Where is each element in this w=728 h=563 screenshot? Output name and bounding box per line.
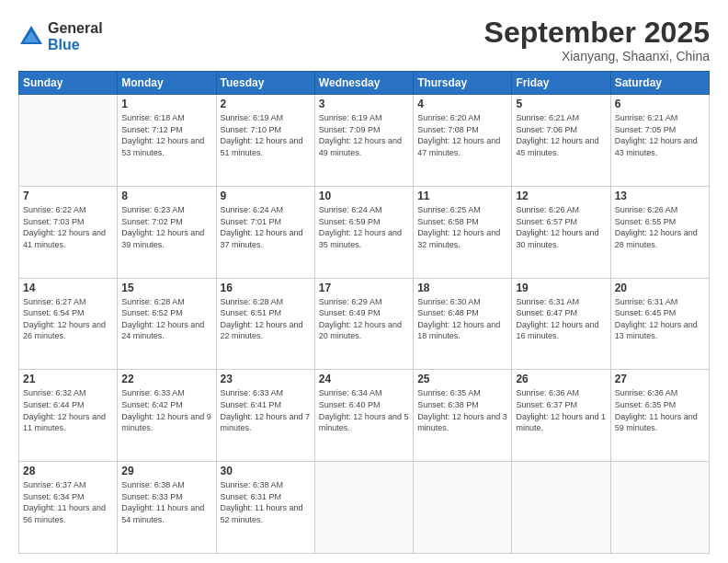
col-sunday: Sunday — [19, 72, 118, 95]
day-info: Sunrise: 6:34 AM Sunset: 6:40 PM Dayligh… — [319, 387, 409, 433]
day-info: Sunrise: 6:29 AM Sunset: 6:49 PM Dayligh… — [319, 296, 409, 342]
table-cell: 11Sunrise: 6:25 AM Sunset: 6:58 PM Dayli… — [414, 186, 512, 278]
table-cell: 18Sunrise: 6:30 AM Sunset: 6:48 PM Dayli… — [414, 278, 512, 370]
table-cell: 12Sunrise: 6:26 AM Sunset: 6:57 PM Dayli… — [512, 186, 610, 278]
day-number: 23 — [221, 373, 311, 385]
logo-blue-text: Blue — [48, 37, 103, 53]
header: General Blue September 2025 Xianyang, Sh… — [18, 17, 710, 63]
calendar-week-row: 14Sunrise: 6:27 AM Sunset: 6:54 PM Dayli… — [19, 278, 710, 370]
col-saturday: Saturday — [610, 72, 709, 95]
table-cell — [512, 462, 610, 554]
day-number: 27 — [615, 373, 705, 385]
logo-icon — [18, 24, 44, 50]
day-number: 1 — [121, 98, 211, 110]
day-number: 29 — [121, 465, 211, 477]
day-info: Sunrise: 6:22 AM Sunset: 7:03 PM Dayligh… — [23, 204, 113, 250]
day-info: Sunrise: 6:25 AM Sunset: 6:58 PM Dayligh… — [417, 204, 507, 250]
day-info: Sunrise: 6:24 AM Sunset: 7:01 PM Dayligh… — [221, 204, 311, 250]
table-cell: 25Sunrise: 6:35 AM Sunset: 6:38 PM Dayli… — [414, 370, 512, 462]
table-cell: 15Sunrise: 6:28 AM Sunset: 6:52 PM Dayli… — [118, 278, 216, 370]
table-cell: 24Sunrise: 6:34 AM Sunset: 6:40 PM Dayli… — [314, 370, 413, 462]
table-cell: 22Sunrise: 6:33 AM Sunset: 6:42 PM Dayli… — [118, 370, 216, 462]
day-info: Sunrise: 6:33 AM Sunset: 6:42 PM Dayligh… — [121, 387, 211, 433]
day-number: 20 — [615, 282, 705, 294]
day-info: Sunrise: 6:19 AM Sunset: 7:09 PM Dayligh… — [319, 112, 409, 158]
day-info: Sunrise: 6:26 AM Sunset: 6:57 PM Dayligh… — [516, 204, 606, 250]
calendar-week-row: 1Sunrise: 6:18 AM Sunset: 7:12 PM Daylig… — [19, 95, 710, 187]
title-section: September 2025 Xianyang, Shaanxi, China — [484, 17, 710, 63]
table-cell: 10Sunrise: 6:24 AM Sunset: 6:59 PM Dayli… — [314, 186, 413, 278]
day-info: Sunrise: 6:21 AM Sunset: 7:05 PM Dayligh… — [615, 112, 705, 158]
table-cell: 4Sunrise: 6:20 AM Sunset: 7:08 PM Daylig… — [414, 95, 512, 187]
day-number: 7 — [23, 190, 113, 202]
day-info: Sunrise: 6:20 AM Sunset: 7:08 PM Dayligh… — [417, 112, 507, 158]
calendar-table: Sunday Monday Tuesday Wednesday Thursday… — [18, 71, 710, 554]
table-cell: 1Sunrise: 6:18 AM Sunset: 7:12 PM Daylig… — [118, 95, 216, 187]
day-info: Sunrise: 6:31 AM Sunset: 6:47 PM Dayligh… — [516, 296, 606, 342]
day-number: 12 — [516, 190, 606, 202]
month-title: September 2025 — [484, 17, 710, 49]
day-number: 2 — [221, 98, 311, 110]
table-cell: 19Sunrise: 6:31 AM Sunset: 6:47 PM Dayli… — [512, 278, 610, 370]
table-cell: 5Sunrise: 6:21 AM Sunset: 7:06 PM Daylig… — [512, 95, 610, 187]
day-number: 18 — [417, 282, 507, 294]
table-cell: 26Sunrise: 6:36 AM Sunset: 6:37 PM Dayli… — [512, 370, 610, 462]
day-info: Sunrise: 6:31 AM Sunset: 6:45 PM Dayligh… — [615, 296, 705, 342]
day-number: 17 — [319, 282, 409, 294]
table-cell: 6Sunrise: 6:21 AM Sunset: 7:05 PM Daylig… — [610, 95, 709, 187]
day-info: Sunrise: 6:27 AM Sunset: 6:54 PM Dayligh… — [23, 296, 113, 342]
table-cell: 2Sunrise: 6:19 AM Sunset: 7:10 PM Daylig… — [216, 95, 314, 187]
table-cell: 20Sunrise: 6:31 AM Sunset: 6:45 PM Dayli… — [610, 278, 709, 370]
day-info: Sunrise: 6:37 AM Sunset: 6:34 PM Dayligh… — [23, 479, 113, 525]
day-info: Sunrise: 6:35 AM Sunset: 6:38 PM Dayligh… — [417, 387, 507, 433]
day-number: 22 — [121, 373, 211, 385]
day-number: 26 — [516, 373, 606, 385]
day-info: Sunrise: 6:32 AM Sunset: 6:44 PM Dayligh… — [23, 387, 113, 433]
table-cell: 3Sunrise: 6:19 AM Sunset: 7:09 PM Daylig… — [314, 95, 413, 187]
table-cell: 9Sunrise: 6:24 AM Sunset: 7:01 PM Daylig… — [216, 186, 314, 278]
col-tuesday: Tuesday — [216, 72, 314, 95]
day-info: Sunrise: 6:23 AM Sunset: 7:02 PM Dayligh… — [121, 204, 211, 250]
day-number: 28 — [23, 465, 113, 477]
day-number: 16 — [221, 282, 311, 294]
page: General Blue September 2025 Xianyang, Sh… — [0, 0, 728, 563]
table-cell: 14Sunrise: 6:27 AM Sunset: 6:54 PM Dayli… — [19, 278, 118, 370]
table-cell: 30Sunrise: 6:38 AM Sunset: 6:31 PM Dayli… — [216, 462, 314, 554]
day-number: 15 — [121, 282, 211, 294]
calendar-week-row: 28Sunrise: 6:37 AM Sunset: 6:34 PM Dayli… — [19, 462, 710, 554]
day-info: Sunrise: 6:28 AM Sunset: 6:51 PM Dayligh… — [221, 296, 311, 342]
col-friday: Friday — [512, 72, 610, 95]
table-cell: 17Sunrise: 6:29 AM Sunset: 6:49 PM Dayli… — [314, 278, 413, 370]
table-cell: 21Sunrise: 6:32 AM Sunset: 6:44 PM Dayli… — [19, 370, 118, 462]
day-info: Sunrise: 6:38 AM Sunset: 6:33 PM Dayligh… — [121, 479, 211, 525]
day-number: 8 — [121, 190, 211, 202]
col-thursday: Thursday — [414, 72, 512, 95]
table-cell: 27Sunrise: 6:36 AM Sunset: 6:35 PM Dayli… — [610, 370, 709, 462]
day-number: 25 — [417, 373, 507, 385]
day-number: 9 — [221, 190, 311, 202]
day-number: 6 — [615, 98, 705, 110]
table-cell: 7Sunrise: 6:22 AM Sunset: 7:03 PM Daylig… — [19, 186, 118, 278]
calendar-header-row: Sunday Monday Tuesday Wednesday Thursday… — [19, 72, 710, 95]
day-info: Sunrise: 6:24 AM Sunset: 6:59 PM Dayligh… — [319, 204, 409, 250]
calendar-week-row: 7Sunrise: 6:22 AM Sunset: 7:03 PM Daylig… — [19, 186, 710, 278]
day-info: Sunrise: 6:36 AM Sunset: 6:37 PM Dayligh… — [516, 387, 606, 433]
table-cell — [610, 462, 709, 554]
day-number: 3 — [319, 98, 409, 110]
calendar-week-row: 21Sunrise: 6:32 AM Sunset: 6:44 PM Dayli… — [19, 370, 710, 462]
col-monday: Monday — [118, 72, 216, 95]
table-cell: 13Sunrise: 6:26 AM Sunset: 6:55 PM Dayli… — [610, 186, 709, 278]
day-info: Sunrise: 6:28 AM Sunset: 6:52 PM Dayligh… — [121, 296, 211, 342]
table-cell: 8Sunrise: 6:23 AM Sunset: 7:02 PM Daylig… — [118, 186, 216, 278]
day-number: 13 — [615, 190, 705, 202]
day-number: 4 — [417, 98, 507, 110]
day-info: Sunrise: 6:21 AM Sunset: 7:06 PM Dayligh… — [516, 112, 606, 158]
table-cell — [19, 95, 118, 187]
table-cell — [314, 462, 413, 554]
day-info: Sunrise: 6:19 AM Sunset: 7:10 PM Dayligh… — [221, 112, 311, 158]
day-info: Sunrise: 6:18 AM Sunset: 7:12 PM Dayligh… — [121, 112, 211, 158]
day-number: 11 — [417, 190, 507, 202]
table-cell: 16Sunrise: 6:28 AM Sunset: 6:51 PM Dayli… — [216, 278, 314, 370]
day-info: Sunrise: 6:26 AM Sunset: 6:55 PM Dayligh… — [615, 204, 705, 250]
day-number: 5 — [516, 98, 606, 110]
